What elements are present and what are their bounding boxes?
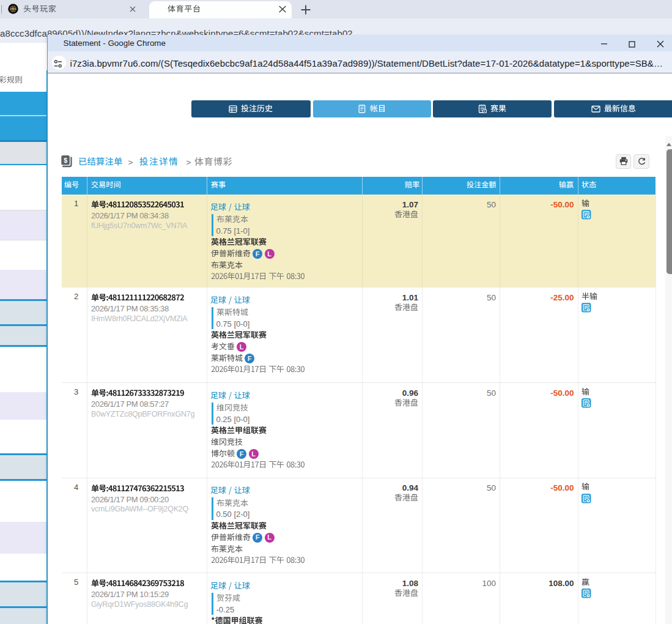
svg-text:$: $	[64, 156, 67, 163]
